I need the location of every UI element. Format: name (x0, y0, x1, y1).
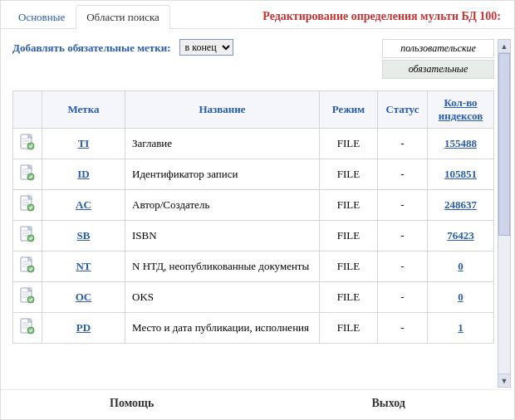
legend: пользовательские обязательные (382, 39, 494, 79)
add-tags-label: Добавлять обязательные метки: (12, 39, 171, 55)
tabs: Основные Области поиска (7, 4, 170, 28)
count-cell[interactable]: 0 (428, 252, 494, 282)
th-tag: Метка (42, 91, 125, 129)
vertical-scrollbar[interactable]: ▲ ▼ (498, 39, 511, 388)
name-cell: Идентификатор записи (125, 159, 320, 190)
tag-link: TI (78, 137, 90, 149)
name-cell: ISBN (125, 221, 320, 252)
th-icon (13, 91, 42, 129)
tag-cell[interactable]: ID (42, 159, 125, 190)
mode-cell: FILE (320, 129, 378, 159)
tag-cell[interactable]: TI (42, 129, 125, 159)
header-row: Основные Области поиска Редактирование о… (1, 1, 514, 29)
row-document-icon[interactable] (13, 221, 42, 252)
status-cell: - (378, 159, 428, 190)
count-cell[interactable]: 248637 (428, 190, 494, 221)
window: Основные Области поиска Редактирование о… (0, 0, 515, 420)
legend-user: пользовательские (382, 39, 494, 58)
content-area: Добавлять обязательные метки: в конец по… (1, 29, 514, 389)
row-document-icon[interactable] (13, 313, 42, 344)
table-row: IDИдентификатор записиFILE-105851 (13, 159, 494, 190)
tag-link: PD (76, 321, 91, 334)
status-cell: - (378, 313, 428, 344)
count-link: 76423 (447, 229, 474, 242)
tag-cell[interactable]: SB (42, 221, 125, 252)
status-cell: - (378, 252, 428, 282)
tag-cell[interactable]: PD (42, 313, 125, 344)
name-cell: Место и дата публикации, исполнения (125, 313, 320, 344)
table-row: ACАвтор/СоздательFILE-248637 (13, 190, 494, 221)
row-document-icon[interactable] (13, 159, 42, 190)
mode-cell: FILE (320, 313, 378, 344)
th-name: Название (125, 91, 320, 129)
row-document-icon[interactable] (13, 190, 42, 221)
th-mode: Режим (320, 91, 378, 129)
count-link: 0 (458, 260, 464, 272)
row-document-icon[interactable] (13, 282, 42, 313)
page-title: Редактирование определения мульти БД 100… (262, 10, 508, 23)
tag-link: SB (77, 229, 91, 242)
count-link: 248637 (444, 198, 477, 211)
table-row: SBISBNFILE-76423 (13, 221, 494, 252)
status-cell: - (378, 221, 428, 252)
add-position-select[interactable]: в конец (179, 39, 233, 56)
name-cell: N НТД, неопубликованные документы (125, 252, 320, 282)
count-link: 155488 (444, 137, 477, 149)
help-button[interactable]: Помощь (110, 397, 154, 410)
tab-main[interactable]: Основные (7, 5, 76, 29)
name-cell: OKS (125, 282, 320, 313)
tag-cell[interactable]: NT (42, 252, 125, 282)
table-row: TIЗаглавиеFILE-155488 (13, 129, 494, 159)
scroll-down-icon[interactable]: ▼ (498, 374, 510, 387)
tag-link: NT (76, 260, 91, 272)
status-cell: - (378, 190, 428, 221)
tag-cell[interactable]: AC (42, 190, 125, 221)
tags-table: Метка Название Режим Статус Кол-во индек… (12, 90, 494, 344)
status-cell: - (378, 129, 428, 159)
row-document-icon[interactable] (13, 252, 42, 282)
footer: Помощь Выход (1, 389, 514, 417)
controls-row: Добавлять обязательные метки: в конец по… (12, 39, 494, 79)
table-row: OCOKSFILE-0 (13, 282, 494, 313)
count-cell[interactable]: 155488 (428, 129, 494, 159)
name-cell: Заглавие (125, 129, 320, 159)
scroll-thumb[interactable] (498, 53, 510, 236)
scroll-up-icon[interactable]: ▲ (498, 40, 510, 53)
row-document-icon[interactable] (13, 129, 42, 159)
tag-link: OC (76, 291, 92, 303)
mode-cell: FILE (320, 159, 378, 190)
mode-cell: FILE (320, 252, 378, 282)
exit-button[interactable]: Выход (371, 397, 405, 410)
mode-cell: FILE (320, 221, 378, 252)
mode-cell: FILE (320, 282, 378, 313)
tab-search-areas[interactable]: Области поиска (76, 5, 170, 29)
name-cell: Автор/Создатель (125, 190, 320, 221)
tag-link: ID (77, 168, 89, 180)
mode-cell: FILE (320, 190, 378, 221)
count-cell[interactable]: 0 (428, 282, 494, 313)
th-status: Статус (378, 91, 428, 129)
status-cell: - (378, 282, 428, 313)
table-row: NTN НТД, неопубликованные документыFILE-… (13, 252, 494, 282)
table-row: PDМесто и дата публикации, исполненияFIL… (13, 313, 494, 344)
count-cell[interactable]: 76423 (428, 221, 494, 252)
tag-link: AC (76, 198, 91, 211)
count-link: 105851 (444, 168, 477, 180)
legend-required: обязательные (382, 60, 494, 79)
tag-cell[interactable]: OC (42, 282, 125, 313)
count-cell[interactable]: 1 (428, 313, 494, 344)
th-count[interactable]: Кол-во индексов (428, 91, 494, 129)
count-cell[interactable]: 105851 (428, 159, 494, 190)
count-link: 0 (458, 291, 464, 303)
count-link: 1 (458, 321, 464, 334)
